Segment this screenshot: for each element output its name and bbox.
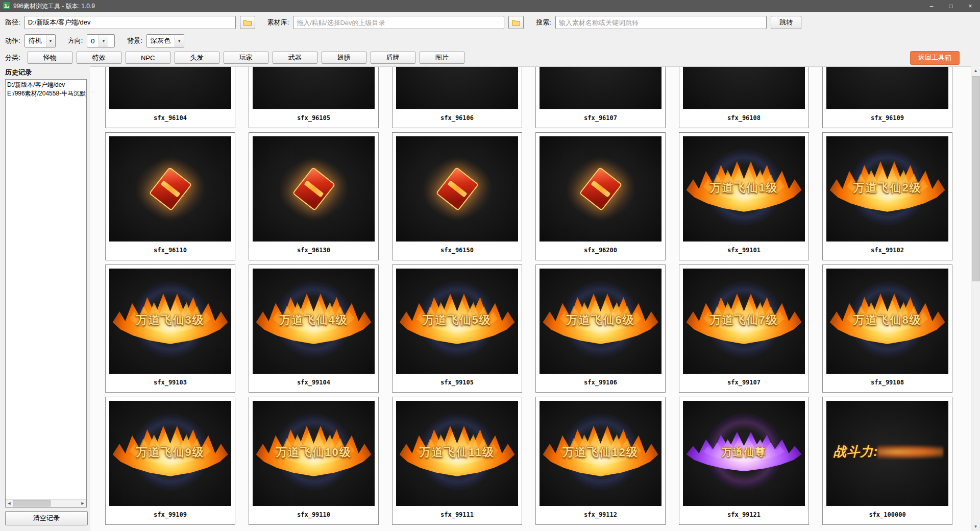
category-button-3[interactable]: NPC bbox=[126, 52, 170, 64]
asset-thumbnail bbox=[109, 66, 231, 109]
app-logo-icon bbox=[3, 2, 10, 11]
asset-card-sfx_99105[interactable]: 万道飞仙5级sfx_99105 bbox=[392, 264, 522, 393]
category-button-1[interactable]: 怪物 bbox=[28, 52, 72, 64]
asset-thumbnail: 万道飞仙6级 bbox=[540, 269, 662, 374]
return-toolbox-button[interactable]: 返回工具箱 bbox=[910, 51, 960, 65]
gold-band-graphic bbox=[591, 180, 610, 197]
category-button-4[interactable]: 头发 bbox=[175, 52, 219, 64]
close-button[interactable]: × bbox=[961, 0, 980, 12]
vertical-scrollbar[interactable]: ▲ ▼ bbox=[971, 66, 980, 531]
category-label: 分类: bbox=[5, 53, 20, 62]
category-button-5[interactable]: 玩家 bbox=[224, 52, 268, 64]
library-browse-button[interactable] bbox=[508, 16, 524, 29]
asset-name-label: sfx_99101 bbox=[683, 242, 805, 260]
asset-card-sfx_96150[interactable]: sfx_96150 bbox=[392, 132, 522, 260]
flame-streak-graphic bbox=[877, 445, 943, 459]
asset-card-sfx_99103[interactable]: 万道飞仙3级sfx_99103 bbox=[105, 264, 235, 393]
clear-history-button[interactable]: 清空记录 bbox=[5, 511, 88, 525]
asset-thumbnail: 万道飞仙4级 bbox=[253, 269, 375, 374]
history-hscrollbar[interactable]: ◀ ▶ bbox=[6, 499, 86, 507]
asset-name-label: sfx_99111 bbox=[396, 506, 518, 524]
scroll-up-icon[interactable]: ▲ bbox=[971, 66, 980, 75]
asset-card-sfx_96104[interactable]: sfx_96104 bbox=[105, 66, 235, 128]
history-item[interactable]: E:/996素材/204558-牛马沉默 bbox=[6, 89, 86, 98]
banner-text: 万道飞仙9级 bbox=[109, 445, 231, 460]
scroll-right-icon[interactable]: ▶ bbox=[79, 501, 86, 505]
asset-name-label: sfx_99110 bbox=[253, 506, 375, 524]
action-select-value: 待机 bbox=[29, 36, 42, 45]
asset-name-label: sfx_96106 bbox=[396, 109, 518, 128]
asset-card-sfx_99112[interactable]: 万道飞仙12级sfx_99112 bbox=[535, 397, 666, 525]
hscroll-track[interactable] bbox=[13, 500, 79, 507]
category-button-2[interactable]: 特效 bbox=[77, 52, 121, 64]
jump-button[interactable]: 跳转 bbox=[771, 16, 801, 29]
asset-name-label: sfx_99109 bbox=[109, 506, 231, 524]
asset-card-sfx_99109[interactable]: 万道飞仙9级sfx_99109 bbox=[105, 397, 235, 525]
folder-icon bbox=[512, 19, 520, 26]
asset-card-sfx_99106[interactable]: 万道飞仙6级sfx_99106 bbox=[535, 264, 666, 393]
minimize-button[interactable]: – bbox=[922, 0, 941, 12]
banner-text: 万道仙尊 bbox=[683, 445, 805, 459]
asset-card-sfx_99110[interactable]: 万道飞仙10级sfx_99110 bbox=[249, 397, 379, 525]
asset-thumbnail: 万道飞仙3级 bbox=[109, 269, 231, 374]
banner-text: 万道飞仙6级 bbox=[540, 312, 662, 328]
toolbar-row-categories: 分类: 怪物特效NPC头发玩家武器翅膀盾牌图片 返回工具箱 bbox=[0, 49, 980, 66]
background-select[interactable]: 深灰色 ▾ bbox=[146, 34, 184, 47]
search-label: 搜索: bbox=[536, 18, 551, 27]
asset-name-label: sfx_99121 bbox=[683, 506, 805, 524]
asset-card-sfx_96200[interactable]: sfx_96200 bbox=[535, 132, 666, 260]
path-input[interactable] bbox=[24, 16, 236, 29]
chevron-down-icon: ▾ bbox=[46, 35, 55, 47]
asset-card-sfx_99121[interactable]: 万道仙尊sfx_99121 bbox=[679, 397, 809, 525]
banner-text: 万道飞仙3级 bbox=[109, 312, 231, 328]
asset-name-label: sfx_100000 bbox=[826, 506, 948, 524]
asset-card-sfx_96109[interactable]: sfx_96109 bbox=[822, 66, 952, 128]
asset-card-sfx_96106[interactable]: sfx_96106 bbox=[392, 66, 522, 128]
scroll-left-icon[interactable]: ◀ bbox=[6, 501, 13, 505]
category-button-9[interactable]: 图片 bbox=[420, 52, 464, 64]
asset-card-sfx_100000[interactable]: 战斗力:sfx_100000 bbox=[822, 397, 952, 525]
hscroll-thumb[interactable] bbox=[13, 500, 51, 506]
asset-card-sfx_96108[interactable]: sfx_96108 bbox=[679, 66, 809, 128]
asset-thumbnail: 万道仙尊 bbox=[683, 401, 805, 506]
action-label: 动作: bbox=[5, 36, 20, 45]
scroll-down-icon[interactable]: ▼ bbox=[971, 522, 980, 531]
asset-thumbnail bbox=[396, 136, 518, 242]
maximize-button[interactable]: □ bbox=[941, 0, 961, 12]
asset-card-sfx_96105[interactable]: sfx_96105 bbox=[249, 66, 379, 128]
category-button-6[interactable]: 武器 bbox=[273, 52, 317, 64]
asset-name-label: sfx_99103 bbox=[109, 374, 231, 392]
asset-card-sfx_99108[interactable]: 万道飞仙8级sfx_99108 bbox=[822, 264, 952, 393]
chevron-down-icon: ▾ bbox=[99, 35, 108, 47]
battle-power-text: 战斗力: bbox=[834, 443, 878, 460]
category-button-8[interactable]: 盾牌 bbox=[371, 52, 415, 64]
library-input[interactable] bbox=[293, 16, 504, 29]
category-button-7[interactable]: 翅膀 bbox=[322, 52, 366, 64]
asset-card-sfx_96107[interactable]: sfx_96107 bbox=[535, 66, 666, 128]
toolbar-row-options: 动作: 待机 ▾ 方向: 0 ▾ 背景: 深灰色 ▾ bbox=[0, 33, 980, 49]
asset-card-sfx_99111[interactable]: 万道飞仙11级sfx_99111 bbox=[392, 397, 522, 525]
asset-card-sfx_96130[interactable]: sfx_96130 bbox=[249, 132, 379, 260]
asset-name-label: sfx_96105 bbox=[253, 109, 375, 128]
action-select[interactable]: 待机 ▾ bbox=[24, 34, 56, 47]
asset-card-sfx_99107[interactable]: 万道飞仙7级sfx_99107 bbox=[679, 264, 809, 393]
path-browse-button[interactable] bbox=[240, 16, 255, 29]
banner-text: 万道飞仙2级 bbox=[826, 180, 948, 196]
asset-card-sfx_99104[interactable]: 万道飞仙4级sfx_99104 bbox=[249, 264, 379, 393]
scrollbar-thumb[interactable] bbox=[972, 76, 980, 281]
toolbar-row-path: 路径: 素材库: 搜索: 跳转 bbox=[0, 12, 980, 33]
history-item[interactable]: D:/新版本/客户端/dev bbox=[6, 81, 86, 89]
asset-card-sfx_99102[interactable]: 万道飞仙2级sfx_99102 bbox=[822, 132, 952, 260]
banner-text: 万道飞仙11级 bbox=[396, 445, 518, 460]
path-label: 路径: bbox=[5, 18, 20, 27]
asset-card-sfx_99101[interactable]: 万道飞仙1级sfx_99101 bbox=[679, 132, 809, 260]
asset-thumbnail: 万道飞仙1级 bbox=[683, 136, 805, 242]
asset-card-sfx_96110[interactable]: sfx_96110 bbox=[105, 132, 235, 260]
banner-text: 万道飞仙8级 bbox=[826, 312, 948, 328]
asset-thumbnail bbox=[826, 66, 948, 109]
direction-select[interactable]: 0 ▾ bbox=[87, 34, 115, 47]
window-title: 996素材浏览工具 - 版本: 1.0.9 bbox=[13, 2, 95, 11]
history-items: D:/新版本/客户端/devE:/996素材/204558-牛马沉默 bbox=[6, 80, 86, 499]
search-input[interactable] bbox=[555, 16, 767, 29]
asset-thumbnail: 万道飞仙7级 bbox=[683, 269, 805, 374]
